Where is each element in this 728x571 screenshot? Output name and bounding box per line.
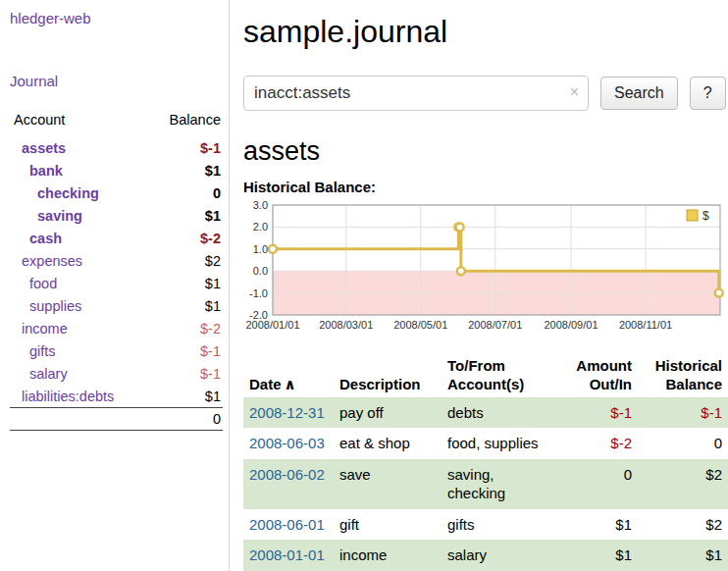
- accounts-header-balance: Balance: [148, 110, 223, 136]
- register-accounts-cell: food, supplies: [442, 428, 557, 459]
- register-balance-cell: $2: [638, 459, 728, 509]
- register-accounts-cell: saving, checking: [442, 459, 557, 509]
- svg-text:1.0: 1.0: [253, 243, 268, 255]
- account-row: assets$-1: [10, 136, 223, 159]
- sidebar-account-link[interactable]: expenses: [22, 253, 82, 269]
- register-table: Date∧ Description To/From Account(s) Amo…: [243, 354, 728, 571]
- svg-text:2008/05/01: 2008/05/01: [393, 319, 447, 331]
- account-row: income$-2: [10, 317, 223, 339]
- register-accounts-cell: salary: [442, 540, 557, 571]
- account-name-cell: checking: [10, 182, 148, 204]
- account-name-cell: gifts: [10, 339, 148, 362]
- accounts-header-row: Account Balance: [10, 110, 223, 136]
- register-balance-cell: $2: [638, 509, 728, 541]
- help-button[interactable]: ?: [690, 77, 726, 110]
- register-amount-cell: $-2: [557, 428, 638, 459]
- sidebar-account-link[interactable]: food: [29, 276, 57, 291]
- sidebar-account-link[interactable]: income: [22, 321, 68, 337]
- svg-text:2008/09/01: 2008/09/01: [544, 319, 598, 331]
- account-row: bank$1: [10, 159, 223, 182]
- main-content: sample.journal × Search ? assets Histori…: [230, 0, 728, 571]
- account-heading: assets: [243, 136, 728, 167]
- svg-text:2008/11/01: 2008/11/01: [619, 319, 672, 331]
- transaction-date-link[interactable]: 2008-06-01: [249, 516, 325, 533]
- sidebar-account-balance: $1: [148, 385, 223, 408]
- sidebar-account-balance: $1: [148, 294, 223, 317]
- register-header-description: Description: [334, 354, 442, 397]
- sidebar-account-link[interactable]: checking: [37, 185, 99, 201]
- account-name-cell: expenses: [10, 249, 148, 272]
- account-row: supplies$1: [10, 294, 223, 317]
- account-name-cell: saving: [10, 204, 148, 227]
- clear-search-icon[interactable]: ×: [570, 83, 579, 101]
- svg-text:2008/01/01: 2008/01/01: [245, 319, 299, 331]
- sidebar-account-balance: $1: [148, 159, 223, 182]
- register-date-cell: 2008-06-01: [243, 509, 334, 541]
- register-description-cell: save: [334, 459, 442, 509]
- chart-title: Historical Balance:: [243, 179, 728, 195]
- register-accounts-cell: debts: [442, 397, 557, 429]
- register-balance-cell: $1: [638, 540, 728, 571]
- register-date-cell: 2008-06-03: [243, 428, 334, 459]
- accounts-total-value: 0: [148, 408, 223, 431]
- transaction-date-link[interactable]: 2008-06-02: [249, 466, 325, 483]
- sidebar-account-balance: $-2: [148, 317, 223, 339]
- register-header-amount: Amount Out/In: [557, 354, 638, 397]
- register-description-cell: income: [334, 540, 442, 571]
- sidebar-account-link[interactable]: salary: [29, 366, 68, 382]
- register-header-accounts: To/From Account(s): [442, 354, 557, 397]
- register-row: 2008-06-01giftgifts$1$2: [243, 509, 728, 541]
- sidebar-account-link[interactable]: supplies: [29, 298, 81, 314]
- accounts-total-spacer: [10, 408, 148, 431]
- account-row: saving$1: [10, 204, 223, 227]
- register-header-balance: Historical Balance: [638, 354, 728, 397]
- sidebar-account-link[interactable]: gifts: [29, 343, 56, 359]
- sidebar-account-link[interactable]: saving: [37, 208, 82, 224]
- register-balance-cell: $-1: [638, 397, 728, 429]
- search-input-wrap: ×: [243, 76, 589, 111]
- register-amount-cell: $-1: [557, 397, 638, 429]
- svg-text:0.0: 0.0: [253, 265, 268, 277]
- search-button[interactable]: Search: [600, 77, 678, 110]
- date-header-label: Date: [249, 376, 282, 392]
- transaction-date-link[interactable]: 2008-12-31: [249, 404, 325, 421]
- sidebar-account-link[interactable]: bank: [29, 163, 63, 179]
- account-name-cell: income: [10, 317, 148, 339]
- sidebar-account-link[interactable]: assets: [22, 140, 66, 156]
- sidebar-account-link[interactable]: liabilities:debts: [22, 389, 114, 404]
- historical-balance-chart-area: 3.02.01.00.0-1.0-2.02008/01/012008/03/01…: [243, 199, 728, 338]
- account-row: gifts$-1: [10, 339, 223, 362]
- transaction-date-link[interactable]: 2008-01-01: [249, 546, 325, 563]
- account-name-cell: liabilities:debts: [10, 385, 148, 408]
- accounts-total-row: 0: [10, 408, 223, 431]
- svg-text:2.0: 2.0: [253, 221, 268, 233]
- svg-text:$: $: [702, 209, 709, 223]
- register-date-cell: 2008-12-31: [243, 397, 334, 429]
- register-amount-cell: 0: [557, 459, 638, 509]
- register-amount-cell: $1: [557, 509, 638, 541]
- sidebar-account-balance: 0: [148, 182, 223, 204]
- account-row: cash$-2: [10, 227, 223, 249]
- register-header-row: Date∧ Description To/From Account(s) Amo…: [243, 354, 728, 397]
- account-row: expenses$2: [10, 249, 223, 272]
- sidebar-account-link[interactable]: cash: [29, 231, 62, 246]
- accounts-table: Account Balance assets$-1bank$1checking0…: [10, 110, 223, 431]
- accounts-header-account: Account: [10, 110, 148, 136]
- transaction-date-link[interactable]: 2008-06-03: [249, 435, 325, 451]
- search-input[interactable]: [243, 76, 589, 111]
- account-row: checking0: [10, 182, 223, 204]
- sidebar-account-balance: $-1: [148, 136, 223, 159]
- svg-text:-1.0: -1.0: [249, 287, 268, 299]
- app-title-link[interactable]: hledger-web: [10, 10, 91, 26]
- sidebar-account-balance: $-1: [148, 339, 223, 362]
- account-name-cell: cash: [10, 227, 148, 249]
- sidebar-account-balance: $2: [148, 249, 223, 272]
- register-description-cell: eat & shop: [334, 428, 442, 459]
- register-row: 2008-06-02savesaving, checking0$2: [243, 459, 728, 509]
- svg-text:3.0: 3.0: [253, 199, 268, 211]
- sidebar-item-journal[interactable]: Journal: [10, 73, 58, 89]
- register-accounts-cell: gifts: [442, 509, 557, 541]
- register-balance-cell: 0: [638, 428, 728, 459]
- register-header-date[interactable]: Date∧: [243, 354, 334, 397]
- sidebar-account-balance: $1: [148, 272, 223, 294]
